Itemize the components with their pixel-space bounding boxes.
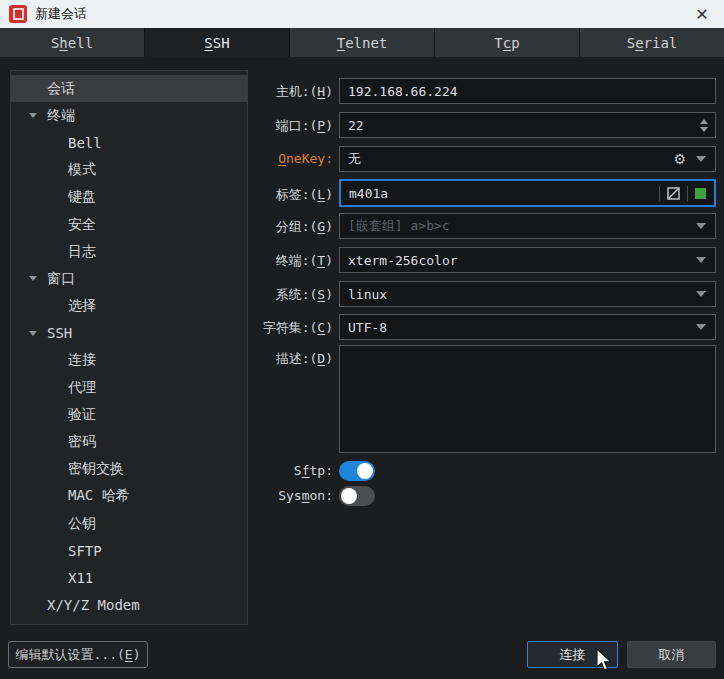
tree-item-selection[interactable]: 选择 — [11, 293, 247, 320]
tree-item-auth[interactable]: 验证 — [11, 401, 247, 428]
charset-label: 字符集:(C) — [263, 319, 333, 337]
charset-value: UTF-8 — [340, 320, 690, 335]
tree-item-public-key[interactable]: 公钥 — [11, 510, 247, 537]
system-combobox[interactable]: linux — [339, 281, 716, 307]
tree-item-terminal[interactable]: 终端 — [11, 102, 247, 129]
gear-icon[interactable]: ⚙ — [673, 151, 686, 167]
spin-up-icon[interactable] — [700, 119, 708, 124]
host-field-wrap — [339, 78, 716, 104]
tag-color-swatch[interactable] — [695, 188, 706, 199]
description-textarea[interactable] — [340, 346, 715, 452]
system-label: 系统:(S) — [276, 286, 333, 304]
settings-tree: 会话 终端 Bell 模式 键盘 安全 日志 窗口 选择 SSH 连接 代理 验… — [10, 70, 248, 625]
tree-item-security[interactable]: 安全 — [11, 211, 247, 238]
sftp-label: Sftp: — [294, 463, 333, 478]
tree-item-window[interactable]: 窗口 — [11, 265, 247, 292]
tree-item-bell[interactable]: Bell — [11, 129, 247, 156]
terminal-combobox[interactable]: xterm-256color — [339, 247, 716, 273]
tree-item-xyz-modem[interactable]: X/Y/Z Modem — [11, 592, 247, 619]
tree-item-mode[interactable]: 模式 — [11, 157, 247, 184]
tree-item-connect[interactable]: 连接 — [11, 347, 247, 374]
port-spinner[interactable] — [700, 119, 708, 132]
chevron-down-icon[interactable] — [29, 113, 37, 118]
system-value: linux — [340, 287, 690, 302]
tree-item-log[interactable]: 日志 — [11, 238, 247, 265]
onekey-value: 无 — [340, 150, 673, 168]
edit-defaults-button[interactable]: 编辑默认设置...(E) — [8, 641, 148, 668]
description-field-wrap — [339, 345, 716, 453]
onekey-label: OneKey: — [278, 151, 333, 166]
tree-item-ssh[interactable]: SSH — [11, 320, 247, 347]
tab-tcp[interactable]: Tcp — [435, 28, 579, 57]
tree-item-kex[interactable]: 密钥交换 — [11, 456, 247, 483]
host-label: 主机:(H) — [276, 83, 333, 101]
close-icon[interactable]: ✕ — [686, 2, 718, 26]
sftp-toggle[interactable] — [339, 461, 375, 481]
sysmon-label: Sysmon: — [278, 488, 333, 503]
group-placeholder: [嵌套组] a>b>c — [340, 217, 690, 235]
tree-item-x11[interactable]: X11 — [11, 564, 247, 591]
port-field-wrap — [339, 112, 716, 138]
connect-button[interactable]: 连接 — [527, 641, 618, 668]
tag-input[interactable] — [341, 186, 652, 201]
tab-shell[interactable]: Shell — [0, 28, 144, 57]
chevron-down-icon[interactable] — [696, 156, 706, 162]
spin-down-icon[interactable] — [700, 127, 708, 132]
tree-item-password[interactable]: 密码 — [11, 428, 247, 455]
edit-tag-icon[interactable] — [667, 187, 680, 200]
host-input[interactable] — [340, 84, 715, 99]
tree-item-mac-hash[interactable]: MAC 哈希 — [11, 483, 247, 510]
chevron-down-icon[interactable] — [696, 324, 706, 330]
tab-serial[interactable]: Serial — [580, 28, 724, 57]
port-label: 端口:(P) — [276, 117, 333, 135]
tree-item-proxy[interactable]: 代理 — [11, 374, 247, 401]
separator — [687, 186, 688, 201]
group-label: 分组:(G) — [276, 218, 333, 236]
onekey-combobox[interactable]: 无 ⚙ — [339, 146, 716, 172]
tag-field-wrap — [339, 179, 716, 207]
dialog-title: 新建会话 — [35, 5, 87, 23]
terminal-label: 终端:(T) — [276, 252, 333, 270]
chevron-down-icon[interactable] — [696, 257, 706, 263]
port-input[interactable] — [340, 118, 700, 133]
description-label: 描述:(D) — [276, 350, 333, 368]
tab-telnet[interactable]: Telnet — [290, 28, 434, 57]
app-logo-icon — [9, 5, 27, 23]
group-combobox[interactable]: [嵌套组] a>b>c — [339, 213, 716, 239]
toggle-knob — [341, 488, 357, 504]
tree-item-keyboard[interactable]: 键盘 — [11, 184, 247, 211]
chevron-down-icon[interactable] — [29, 276, 37, 281]
chevron-down-icon[interactable] — [696, 291, 706, 297]
tab-ssh[interactable]: SSH — [145, 28, 289, 57]
terminal-value: xterm-256color — [340, 253, 690, 268]
titlebar: 新建会话 ✕ — [0, 0, 724, 28]
charset-combobox[interactable]: UTF-8 — [339, 314, 716, 340]
chevron-down-icon[interactable] — [696, 223, 706, 229]
sysmon-toggle[interactable] — [339, 486, 375, 506]
tree-item-sftp[interactable]: SFTP — [11, 537, 247, 564]
separator — [659, 186, 660, 201]
tree-item-session[interactable]: 会话 — [11, 75, 247, 102]
new-session-dialog: 新建会话 ✕ Shell SSH Telnet Tcp Serial 会话 终端… — [0, 0, 724, 679]
toggle-knob — [357, 463, 373, 479]
session-type-tabs: Shell SSH Telnet Tcp Serial — [0, 28, 724, 57]
cancel-button[interactable]: 取消 — [627, 641, 716, 668]
chevron-down-icon[interactable] — [29, 331, 37, 336]
tag-label: 标签:(L) — [276, 186, 333, 204]
